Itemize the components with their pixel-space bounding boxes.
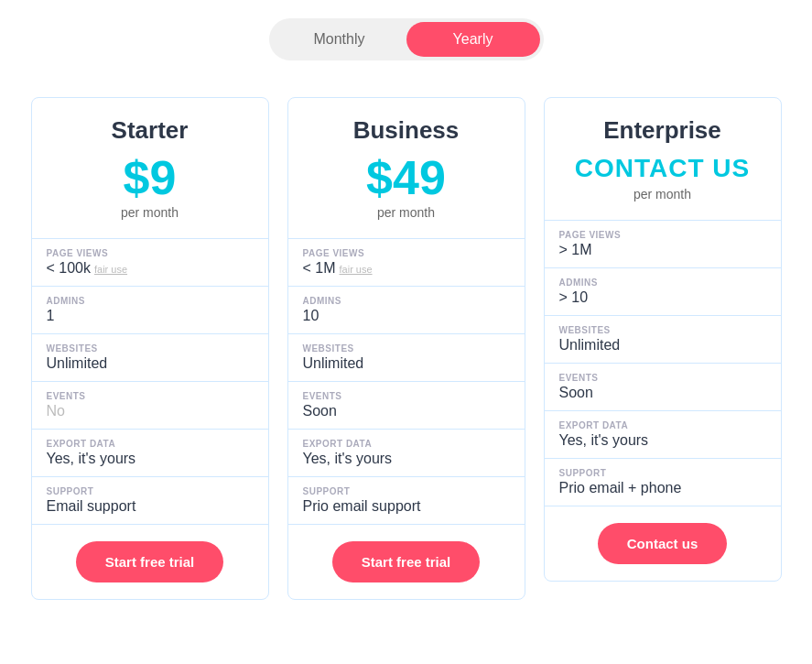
yearly-toggle-btn[interactable]: Yearly xyxy=(406,22,540,57)
row-value-business-0: < 1M xyxy=(303,260,336,277)
card-title-starter: Starter xyxy=(50,116,250,145)
row-label-enterprise-0: PAGE VIEWS xyxy=(559,230,766,240)
card-row-starter-support: SUPPORTEmail support xyxy=(32,477,268,525)
cta-btn-starter[interactable]: Start free trial xyxy=(76,541,224,582)
card-starter: Starter$9per monthPAGE VIEWS< 100kfair u… xyxy=(31,97,269,600)
row-value-business-5: Prio email support xyxy=(303,498,421,515)
row-value-starter-5: Email support xyxy=(47,498,136,515)
card-price-enterprise: CONTACT US xyxy=(563,154,763,183)
row-label-business-0: PAGE VIEWS xyxy=(303,248,510,258)
row-value-starter-3: No xyxy=(47,403,65,419)
pricing-cards: Starter$9per monthPAGE VIEWS< 100kfair u… xyxy=(18,97,794,600)
row-value-starter-4: Yes, it's yours xyxy=(47,451,136,467)
row-label-starter-3: EVENTS xyxy=(47,391,254,401)
row-value-enterprise-0: > 1M xyxy=(559,242,592,258)
card-row-starter-websites: WEBSITESUnlimited xyxy=(32,334,268,382)
row-value-enterprise-1: > 10 xyxy=(559,289,589,306)
card-row-enterprise-websites: WEBSITESUnlimited xyxy=(545,316,781,364)
card-row-enterprise-page-views: PAGE VIEWS> 1M xyxy=(545,221,781,268)
cta-wrapper-enterprise: Contact us xyxy=(545,506,781,581)
cta-btn-enterprise[interactable]: Contact us xyxy=(598,523,728,564)
card-header-business: Business$49per month xyxy=(288,98,525,239)
card-price-business: $49 xyxy=(307,154,506,201)
monthly-toggle-btn[interactable]: Monthly xyxy=(273,22,406,57)
row-value-starter-2: Unlimited xyxy=(47,355,108,372)
billing-toggle: Monthly Yearly xyxy=(269,18,544,60)
card-row-starter-export-data: EXPORT DATAYes, it's yours xyxy=(32,430,268,477)
card-enterprise: EnterpriseCONTACT USper monthPAGE VIEWS>… xyxy=(544,97,782,582)
card-header-enterprise: EnterpriseCONTACT USper month xyxy=(545,98,781,221)
card-row-enterprise-events: EVENTSSoon xyxy=(545,364,781,411)
cta-wrapper-business: Start free trial xyxy=(288,525,525,599)
card-business: Business$49per monthPAGE VIEWS< 1Mfair u… xyxy=(287,97,525,600)
row-label-business-4: EXPORT DATA xyxy=(303,439,510,449)
card-row-enterprise-export-data: EXPORT DATAYes, it's yours xyxy=(545,411,781,459)
row-value-business-1: 10 xyxy=(303,308,319,324)
row-value-enterprise-5: Prio email + phone xyxy=(559,480,682,496)
card-row-enterprise-support: SUPPORTPrio email + phone xyxy=(545,459,781,506)
card-row-starter-admins: ADMINS1 xyxy=(32,287,268,334)
card-row-business-events: EVENTSSoon xyxy=(288,382,525,430)
card-price-starter: $9 xyxy=(50,154,250,201)
card-price-period-enterprise: per month xyxy=(563,187,763,201)
row-value-starter-1: 1 xyxy=(47,308,55,324)
row-label-starter-1: ADMINS xyxy=(47,296,254,306)
row-value-business-3: Soon xyxy=(303,403,337,419)
row-label-enterprise-5: SUPPORT xyxy=(559,468,766,478)
fair-use-label[interactable]: fair use xyxy=(340,264,373,275)
row-label-business-5: SUPPORT xyxy=(303,486,510,496)
card-row-starter-page-views: PAGE VIEWS< 100kfair use xyxy=(32,239,268,287)
card-title-business: Business xyxy=(307,116,506,145)
row-label-enterprise-2: WEBSITES xyxy=(559,325,766,335)
card-price-period-business: per month xyxy=(307,205,506,220)
row-value-business-2: Unlimited xyxy=(303,355,364,372)
row-label-starter-5: SUPPORT xyxy=(47,486,254,496)
row-label-business-1: ADMINS xyxy=(303,296,510,306)
cta-btn-business[interactable]: Start free trial xyxy=(332,541,481,582)
card-title-enterprise: Enterprise xyxy=(563,116,763,145)
row-value-enterprise-2: Unlimited xyxy=(559,337,621,354)
card-row-business-websites: WEBSITESUnlimited xyxy=(288,334,525,382)
row-label-business-3: EVENTS xyxy=(303,391,510,401)
card-row-business-admins: ADMINS10 xyxy=(288,287,525,334)
row-value-business-4: Yes, it's yours xyxy=(303,451,393,467)
row-label-starter-0: PAGE VIEWS xyxy=(47,248,254,258)
row-value-enterprise-4: Yes, it's yours xyxy=(559,432,649,449)
fair-use-label[interactable]: fair use xyxy=(94,264,127,275)
row-value-starter-0: < 100k xyxy=(47,260,91,277)
row-value-enterprise-3: Soon xyxy=(559,385,593,401)
row-label-enterprise-4: EXPORT DATA xyxy=(559,420,766,430)
row-label-enterprise-3: EVENTS xyxy=(559,373,766,383)
card-row-business-page-views: PAGE VIEWS< 1Mfair use xyxy=(288,239,525,287)
card-row-business-export-data: EXPORT DATAYes, it's yours xyxy=(288,430,525,477)
card-header-starter: Starter$9per month xyxy=(32,98,268,239)
card-row-enterprise-admins: ADMINS> 10 xyxy=(545,268,781,316)
cta-wrapper-starter: Start free trial xyxy=(32,525,268,599)
row-label-starter-4: EXPORT DATA xyxy=(47,439,254,449)
row-label-business-2: WEBSITES xyxy=(303,343,510,354)
card-row-business-support: SUPPORTPrio email support xyxy=(288,477,525,525)
row-label-enterprise-1: ADMINS xyxy=(559,278,766,288)
card-price-period-starter: per month xyxy=(50,205,250,220)
card-row-starter-events: EVENTSNo xyxy=(32,382,268,430)
row-label-starter-2: WEBSITES xyxy=(47,343,254,354)
